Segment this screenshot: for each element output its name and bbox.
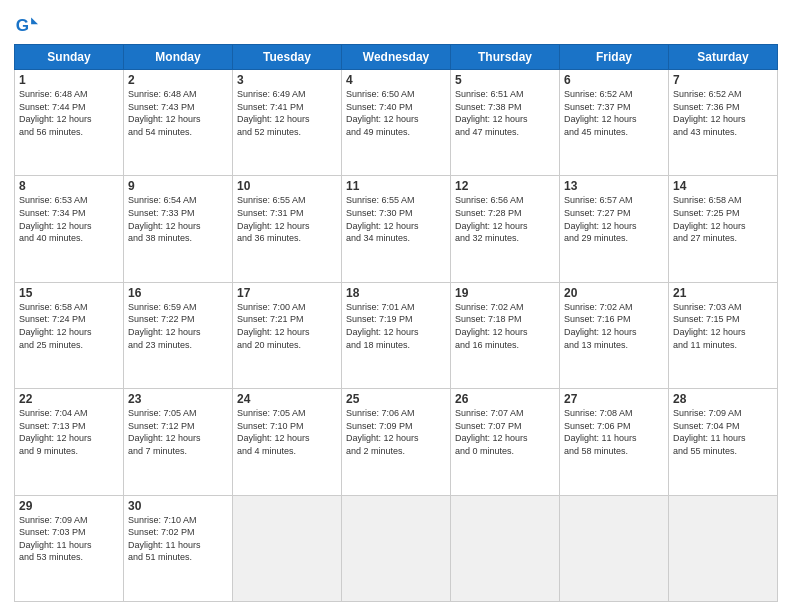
table-row: 14Sunrise: 6:58 AM Sunset: 7:25 PM Dayli… [669, 176, 778, 282]
day-info: Sunrise: 6:57 AM Sunset: 7:27 PM Dayligh… [564, 194, 664, 244]
day-info: Sunrise: 6:48 AM Sunset: 7:43 PM Dayligh… [128, 88, 228, 138]
table-row: 20Sunrise: 7:02 AM Sunset: 7:16 PM Dayli… [560, 282, 669, 388]
day-info: Sunrise: 7:08 AM Sunset: 7:06 PM Dayligh… [564, 407, 664, 457]
day-number: 19 [455, 286, 555, 300]
table-row [342, 495, 451, 601]
table-row: 17Sunrise: 7:00 AM Sunset: 7:21 PM Dayli… [233, 282, 342, 388]
day-info: Sunrise: 6:48 AM Sunset: 7:44 PM Dayligh… [19, 88, 119, 138]
day-info: Sunrise: 6:49 AM Sunset: 7:41 PM Dayligh… [237, 88, 337, 138]
day-info: Sunrise: 6:55 AM Sunset: 7:31 PM Dayligh… [237, 194, 337, 244]
col-sunday: Sunday [15, 45, 124, 70]
day-number: 16 [128, 286, 228, 300]
table-row [560, 495, 669, 601]
day-info: Sunrise: 7:03 AM Sunset: 7:15 PM Dayligh… [673, 301, 773, 351]
day-info: Sunrise: 7:09 AM Sunset: 7:03 PM Dayligh… [19, 514, 119, 564]
day-number: 18 [346, 286, 446, 300]
table-row: 12Sunrise: 6:56 AM Sunset: 7:28 PM Dayli… [451, 176, 560, 282]
day-number: 24 [237, 392, 337, 406]
day-info: Sunrise: 7:06 AM Sunset: 7:09 PM Dayligh… [346, 407, 446, 457]
day-info: Sunrise: 6:58 AM Sunset: 7:24 PM Dayligh… [19, 301, 119, 351]
calendar-week-row: 29Sunrise: 7:09 AM Sunset: 7:03 PM Dayli… [15, 495, 778, 601]
day-info: Sunrise: 7:01 AM Sunset: 7:19 PM Dayligh… [346, 301, 446, 351]
day-number: 7 [673, 73, 773, 87]
table-row [669, 495, 778, 601]
svg-marker-1 [31, 17, 38, 24]
day-info: Sunrise: 6:50 AM Sunset: 7:40 PM Dayligh… [346, 88, 446, 138]
table-row: 26Sunrise: 7:07 AM Sunset: 7:07 PM Dayli… [451, 389, 560, 495]
svg-text:G: G [16, 15, 29, 35]
day-info: Sunrise: 7:02 AM Sunset: 7:16 PM Dayligh… [564, 301, 664, 351]
day-number: 13 [564, 179, 664, 193]
logo-icon: G [14, 14, 38, 38]
calendar-header-row: Sunday Monday Tuesday Wednesday Thursday… [15, 45, 778, 70]
col-saturday: Saturday [669, 45, 778, 70]
day-number: 29 [19, 499, 119, 513]
table-row: 4Sunrise: 6:50 AM Sunset: 7:40 PM Daylig… [342, 70, 451, 176]
table-row: 16Sunrise: 6:59 AM Sunset: 7:22 PM Dayli… [124, 282, 233, 388]
calendar-week-row: 15Sunrise: 6:58 AM Sunset: 7:24 PM Dayli… [15, 282, 778, 388]
table-row: 18Sunrise: 7:01 AM Sunset: 7:19 PM Dayli… [342, 282, 451, 388]
day-info: Sunrise: 7:09 AM Sunset: 7:04 PM Dayligh… [673, 407, 773, 457]
day-number: 2 [128, 73, 228, 87]
table-row: 6Sunrise: 6:52 AM Sunset: 7:37 PM Daylig… [560, 70, 669, 176]
day-info: Sunrise: 6:58 AM Sunset: 7:25 PM Dayligh… [673, 194, 773, 244]
day-info: Sunrise: 6:55 AM Sunset: 7:30 PM Dayligh… [346, 194, 446, 244]
day-info: Sunrise: 6:54 AM Sunset: 7:33 PM Dayligh… [128, 194, 228, 244]
day-info: Sunrise: 6:51 AM Sunset: 7:38 PM Dayligh… [455, 88, 555, 138]
col-tuesday: Tuesday [233, 45, 342, 70]
table-row: 25Sunrise: 7:06 AM Sunset: 7:09 PM Dayli… [342, 389, 451, 495]
table-row: 13Sunrise: 6:57 AM Sunset: 7:27 PM Dayli… [560, 176, 669, 282]
table-row: 11Sunrise: 6:55 AM Sunset: 7:30 PM Dayli… [342, 176, 451, 282]
day-number: 4 [346, 73, 446, 87]
table-row: 28Sunrise: 7:09 AM Sunset: 7:04 PM Dayli… [669, 389, 778, 495]
day-number: 5 [455, 73, 555, 87]
day-number: 30 [128, 499, 228, 513]
table-row: 22Sunrise: 7:04 AM Sunset: 7:13 PM Dayli… [15, 389, 124, 495]
day-number: 6 [564, 73, 664, 87]
col-thursday: Thursday [451, 45, 560, 70]
table-row: 29Sunrise: 7:09 AM Sunset: 7:03 PM Dayli… [15, 495, 124, 601]
day-info: Sunrise: 6:53 AM Sunset: 7:34 PM Dayligh… [19, 194, 119, 244]
table-row: 7Sunrise: 6:52 AM Sunset: 7:36 PM Daylig… [669, 70, 778, 176]
calendar-week-row: 22Sunrise: 7:04 AM Sunset: 7:13 PM Dayli… [15, 389, 778, 495]
col-wednesday: Wednesday [342, 45, 451, 70]
day-info: Sunrise: 7:05 AM Sunset: 7:12 PM Dayligh… [128, 407, 228, 457]
day-info: Sunrise: 6:56 AM Sunset: 7:28 PM Dayligh… [455, 194, 555, 244]
day-number: 14 [673, 179, 773, 193]
day-number: 9 [128, 179, 228, 193]
day-number: 25 [346, 392, 446, 406]
table-row: 1Sunrise: 6:48 AM Sunset: 7:44 PM Daylig… [15, 70, 124, 176]
col-friday: Friday [560, 45, 669, 70]
day-info: Sunrise: 7:04 AM Sunset: 7:13 PM Dayligh… [19, 407, 119, 457]
table-row: 21Sunrise: 7:03 AM Sunset: 7:15 PM Dayli… [669, 282, 778, 388]
table-row: 30Sunrise: 7:10 AM Sunset: 7:02 PM Dayli… [124, 495, 233, 601]
day-number: 15 [19, 286, 119, 300]
day-number: 11 [346, 179, 446, 193]
calendar-week-row: 1Sunrise: 6:48 AM Sunset: 7:44 PM Daylig… [15, 70, 778, 176]
table-row: 9Sunrise: 6:54 AM Sunset: 7:33 PM Daylig… [124, 176, 233, 282]
day-number: 21 [673, 286, 773, 300]
day-number: 10 [237, 179, 337, 193]
logo: G [14, 14, 40, 38]
table-row: 23Sunrise: 7:05 AM Sunset: 7:12 PM Dayli… [124, 389, 233, 495]
calendar-table: Sunday Monday Tuesday Wednesday Thursday… [14, 44, 778, 602]
day-number: 3 [237, 73, 337, 87]
table-row: 8Sunrise: 6:53 AM Sunset: 7:34 PM Daylig… [15, 176, 124, 282]
col-monday: Monday [124, 45, 233, 70]
table-row [451, 495, 560, 601]
calendar-week-row: 8Sunrise: 6:53 AM Sunset: 7:34 PM Daylig… [15, 176, 778, 282]
table-row: 24Sunrise: 7:05 AM Sunset: 7:10 PM Dayli… [233, 389, 342, 495]
day-number: 26 [455, 392, 555, 406]
table-row: 2Sunrise: 6:48 AM Sunset: 7:43 PM Daylig… [124, 70, 233, 176]
day-info: Sunrise: 6:59 AM Sunset: 7:22 PM Dayligh… [128, 301, 228, 351]
day-number: 12 [455, 179, 555, 193]
day-number: 22 [19, 392, 119, 406]
day-info: Sunrise: 7:05 AM Sunset: 7:10 PM Dayligh… [237, 407, 337, 457]
day-number: 28 [673, 392, 773, 406]
day-info: Sunrise: 7:10 AM Sunset: 7:02 PM Dayligh… [128, 514, 228, 564]
day-number: 8 [19, 179, 119, 193]
day-number: 23 [128, 392, 228, 406]
table-row: 3Sunrise: 6:49 AM Sunset: 7:41 PM Daylig… [233, 70, 342, 176]
day-number: 20 [564, 286, 664, 300]
day-number: 27 [564, 392, 664, 406]
